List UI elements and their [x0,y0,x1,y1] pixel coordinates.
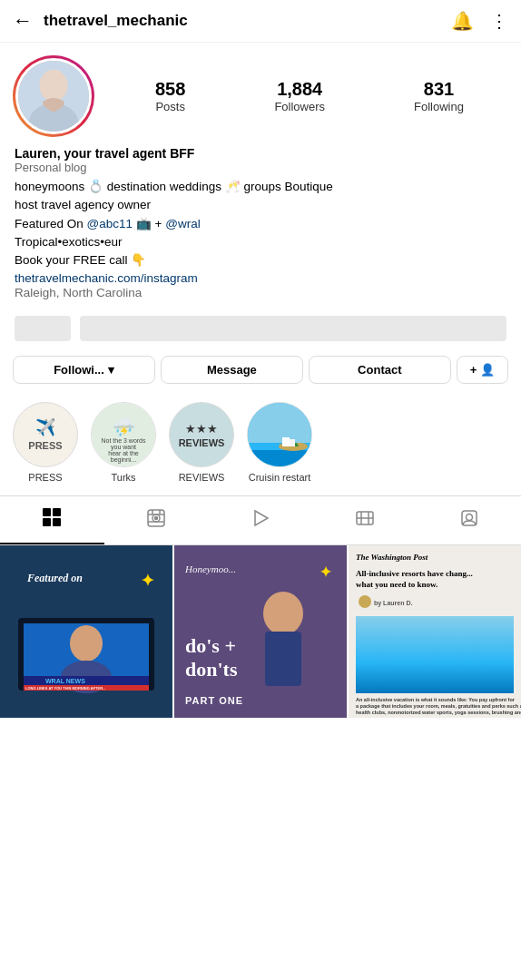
highlight-press-name: PRESS [28,472,62,483]
follow-dropdown-icon: ▾ [108,363,114,377]
bio-line-3: Featured On @abc11 📺 + @wral [15,217,201,230]
svg-text:PART ONE: PART ONE [185,695,243,706]
stat-followers[interactable]: 1,884 Followers [274,79,325,113]
svg-point-40 [263,592,303,635]
bio-link[interactable]: thetravelmechanic.com/instagram [15,270,506,286]
svg-text:what you need to know.: what you need to know. [356,580,437,589]
post3-image: The Washington Post All-inclusive resort… [349,545,521,718]
highlight-reviews-circle: ★★★ REVIEWS [169,402,234,467]
grid-icon [42,507,62,532]
following-count: 831 [424,79,454,100]
highlight-press[interactable]: ✈️ PRESS PRESS [13,402,78,483]
highlight-cruisin-name: Cruisin restart [249,472,310,483]
stat-posts[interactable]: 858 Posts [155,79,185,113]
grid-item-3[interactable]: The Washington Post All-inclusive resort… [349,545,521,718]
posts-grid: WRAL NEWS Featured on ✦ LONG LINES AT YO… [0,545,521,718]
bio-text: honeymoons 💍 destination weddings 🥂 grou… [15,178,506,270]
follow-label: Followi... [54,363,104,377]
svg-point-51 [359,595,371,608]
cruisin-scene [248,403,312,467]
bio-line-4: Tropical•exotics•eur [15,235,123,249]
grid-item-2[interactable]: Honeymoo... do's + don'ts PART ONE ✦ [174,545,347,718]
profile-location: Raleigh, North Carolina [15,286,506,299]
svg-text:LONG LINES AT YOU THIS MORNING: LONG LINES AT YOU THIS MORNING AFTER... [25,686,105,691]
avatar[interactable] [13,55,94,137]
highlight-preview-2 [80,316,506,341]
highlight-cruisin[interactable]: Cruisin restart [247,402,312,483]
svg-rect-8 [282,437,290,446]
tab-grid[interactable] [0,496,104,544]
tab-reels[interactable] [104,496,209,544]
play-icon [251,508,270,533]
profile-icon [459,508,479,533]
svg-text:don'ts: don'ts [185,658,238,681]
highlight-press-label: ✈️ PRESS [28,417,62,452]
tagged-icon [355,508,375,533]
svg-text:Featured on: Featured on [26,572,83,584]
more-options-icon[interactable]: ⋮ [490,10,508,32]
svg-rect-12 [43,518,51,526]
mention-wral[interactable]: @wral [165,217,200,230]
bio-section: Lauren, your travel agent BFF Personal b… [13,146,508,299]
svg-rect-41 [265,632,301,686]
svg-rect-9 [290,439,295,446]
highlight-reviews[interactable]: ★★★ REVIEWS REVIEWS [169,402,234,483]
avatar-ring [13,55,94,137]
svg-rect-5 [248,450,312,467]
tab-profile[interactable] [417,496,521,544]
post1-image: WRAL NEWS Featured on ✦ LONG LINES AT YO… [0,545,172,718]
highlight-lightning-circle: ⛈️ Not the 3 words you wanthear at the b… [91,402,156,467]
bio-line-5: Book your FREE call 👇 [15,253,146,267]
svg-marker-21 [255,511,268,525]
profile-section: 858 Posts 1,884 Followers 831 Following … [0,43,521,347]
followers-label: Followers [274,100,325,113]
svg-rect-10 [43,508,51,516]
post3-content: The Washington Post All-inclusive resort… [349,545,521,718]
header: ← thetravel_mechanic 🔔 ⋮ [0,0,521,43]
svg-rect-33 [24,676,149,685]
bio-line-2: host travel agency owner [15,198,151,211]
highlight-preview-1 [15,316,71,341]
highlight-lightning[interactable]: ⛈️ Not the 3 words you wanthear at the b… [91,402,156,483]
avatar-image [18,61,89,132]
header-username: thetravel_mechanic [44,12,451,30]
highlight-reviews-name: REVIEWS [179,472,225,483]
svg-text:The Washington Post: The Washington Post [356,553,428,562]
svg-text:✦: ✦ [319,564,332,580]
back-button[interactable]: ← [13,9,33,33]
svg-point-1 [39,70,67,102]
reels-icon [146,508,166,533]
svg-rect-13 [53,518,61,526]
mention-abc11[interactable]: @abc11 [87,217,133,230]
grid-item-1[interactable]: WRAL NEWS Featured on ✦ LONG LINES AT YO… [0,545,172,718]
svg-text:by Lauren D.: by Lauren D. [374,600,412,607]
followers-count: 1,884 [277,79,322,100]
profile-category: Personal blog [15,161,506,174]
bio-line-1: honeymoons 💍 destination weddings 🥂 grou… [15,180,333,193]
highlight-press-circle: ✈️ PRESS [13,402,78,467]
svg-point-16 [155,517,158,520]
highlight-lightning-image: ⛈️ Not the 3 words you wanthear at the b… [92,403,155,466]
add-friend-icon: + [470,363,477,377]
post2-image: Honeymoo... do's + don'ts PART ONE ✦ [174,545,347,718]
profile-link[interactable]: thetravelmechanic.com/instagram [15,271,198,285]
highlight-cruisin-image [248,403,311,466]
tab-tagged[interactable] [312,496,417,544]
svg-rect-54 [356,616,514,693]
tab-play[interactable] [209,496,313,544]
highlights-row: ✈️ PRESS PRESS ⛈️ Not the 3 words you wa… [0,393,521,495]
profile-name: Lauren, your travel agent BFF [15,146,506,161]
svg-text:do's +: do's + [185,634,236,657]
follow-button[interactable]: Followi... ▾ [13,356,155,384]
profile-top: 858 Posts 1,884 Followers 831 Following [13,55,508,137]
add-friend-button[interactable]: + 👤 [457,356,508,384]
bell-icon[interactable]: 🔔 [451,10,474,32]
svg-point-31 [70,625,103,662]
message-button[interactable]: Message [161,356,303,384]
person-icon: 👤 [480,363,495,377]
following-label: Following [414,100,464,113]
posts-count: 858 [155,79,185,100]
stat-following[interactable]: 831 Following [414,79,464,113]
contact-button[interactable]: Contact [309,356,451,384]
avatar-inner [15,58,92,134]
